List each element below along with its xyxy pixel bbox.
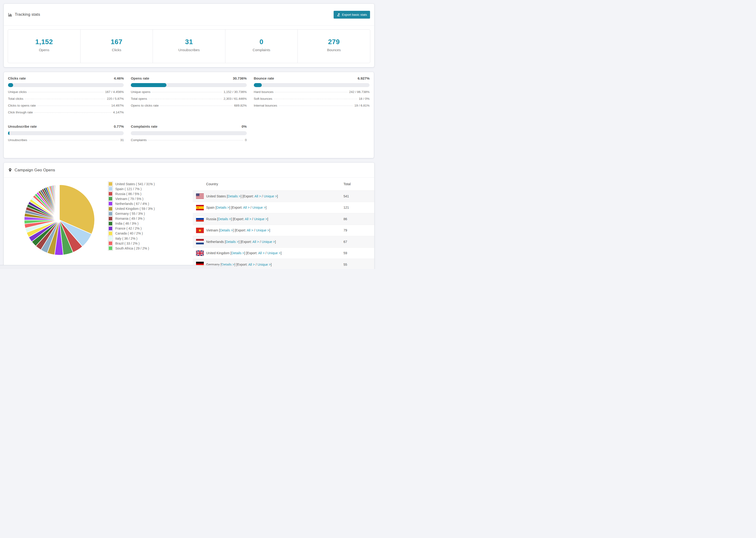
legend-swatch	[108, 221, 113, 226]
legend-swatch	[108, 211, 113, 216]
details-link[interactable]: Details >	[226, 240, 239, 243]
export-prefix: Export:	[236, 228, 246, 232]
rate-stat-label: Unique clicks	[8, 90, 27, 94]
rate-title: Clicks rate	[8, 76, 26, 80]
rate-rows: Complaints 0	[131, 138, 246, 145]
legend-label: South Africa ( 29 / 2% )	[115, 246, 149, 250]
export-basic-stats-button[interactable]: Export basic stats	[334, 11, 370, 19]
rate-value: 6.927%	[357, 76, 369, 80]
rate-stat-label: Hard bounces	[254, 90, 274, 94]
bar-chart-icon	[8, 13, 13, 17]
country-flag-icon	[196, 239, 204, 244]
export-unique-link[interactable]: Unique >	[262, 240, 275, 243]
export-unique-link[interactable]: Unique >	[257, 263, 271, 266]
details-link[interactable]: Details >	[220, 228, 233, 232]
export-basic-stats-label: Export basic stats	[342, 13, 367, 17]
rate-progress-fill	[254, 83, 262, 87]
stat-value: 1,152	[35, 38, 53, 46]
legend-item: Germany ( 55 / 3% )	[108, 211, 155, 216]
rate-section: Opens rate 30.736% Unique opens 1,152 / …	[131, 75, 246, 117]
legend-swatch	[108, 182, 113, 186]
legend-item: Italy ( 36 / 2% )	[108, 236, 155, 241]
table-row: United Kingdom [Details >] [Export: All …	[193, 247, 374, 259]
bottom-scroll-strip[interactable]	[0, 265, 253, 269]
legend-swatch	[108, 196, 113, 201]
legend-item: Russia ( 86 / 5% )	[108, 191, 155, 196]
details-link[interactable]: Details >	[228, 194, 241, 198]
rates-card: Clicks rate 4.46% Unique clicks 167 / 4.…	[4, 72, 374, 158]
rate-rows: Unique clicks 167 / 4.456% Total clicks …	[8, 90, 124, 117]
rate-progress-fill	[8, 131, 9, 135]
legend-swatch	[108, 201, 113, 206]
tracking-stats-title-group: Tracking stats	[8, 12, 40, 17]
geo-table: Country Total United States [Details >] …	[193, 178, 374, 269]
legend-item: United Kingdom ( 59 / 3% )	[108, 206, 155, 211]
rate-stat-value: 31	[120, 138, 124, 142]
total-value: 55	[344, 263, 347, 266]
export-unique-link[interactable]: Unique >	[264, 194, 277, 198]
details-link[interactable]: Details >	[218, 217, 231, 221]
rate-section: Clicks rate 4.46% Unique clicks 167 / 4.…	[8, 75, 124, 117]
legend-swatch	[108, 207, 113, 211]
details-link[interactable]: Details >	[231, 251, 244, 255]
dotted-leader	[149, 99, 222, 99]
rates-grid: Clicks rate 4.46% Unique clicks 167 / 4.…	[8, 75, 369, 145]
rate-stat-label: Internal bounces	[254, 104, 277, 107]
rate-stat-value: 220 / 5.87%	[107, 97, 124, 100]
rate-stat-row: Total opens 2,303 / 61.446%	[131, 97, 246, 104]
export-all-link[interactable]: All >	[243, 206, 250, 209]
dotted-leader	[160, 106, 233, 106]
column-header-total: Total	[344, 182, 351, 186]
rate-stat-value: 14.497%	[111, 104, 124, 107]
legend-label: France ( 42 / 2% )	[115, 227, 141, 230]
details-link[interactable]: Details >	[216, 206, 229, 209]
export-unique-link[interactable]: Unique >	[252, 206, 266, 209]
legend-label: Italy ( 36 / 2% )	[115, 237, 137, 241]
legend-label: Spain ( 121 / 7% )	[115, 187, 141, 191]
total-value: 121	[344, 206, 349, 209]
table-row: Netherlands [Details >] [Export: All > /…	[193, 236, 374, 247]
stat-value: 0	[259, 38, 263, 46]
legend-item: Netherlands ( 67 / 4% )	[108, 201, 155, 206]
legend-label: India ( 46 / 3% )	[115, 222, 138, 225]
stat-label: Complaints	[253, 48, 270, 52]
export-prefix: Export:	[232, 206, 242, 209]
export-all-link[interactable]: All >	[252, 240, 259, 243]
rate-section: Complaints rate 0% Complaints 0	[131, 123, 246, 145]
export-unique-link[interactable]: Unique >	[256, 228, 269, 232]
legend-item: South Africa ( 29 / 2% )	[108, 246, 155, 251]
legend-swatch	[108, 236, 113, 241]
rate-progress-track	[254, 83, 369, 87]
rate-stat-value: 19 / 6.81%	[354, 104, 369, 107]
rate-stat-label: Opens to clicks rate	[131, 104, 159, 107]
legend-item: Romania ( 49 / 3% )	[108, 216, 155, 221]
tracking-stats-header: Tracking stats Export basic stats	[4, 4, 374, 26]
dotted-leader	[25, 99, 105, 99]
rate-title: Unsubscribe rate	[8, 125, 37, 129]
legend-swatch	[108, 241, 113, 245]
export-all-link[interactable]: All >	[258, 251, 265, 255]
stat-label: Opens	[39, 48, 49, 52]
rate-section: Bounce rate 6.927% Hard bounces 242 / 86…	[254, 75, 369, 117]
country-flag-icon	[196, 205, 204, 210]
rate-stat-row: Soft bounces 18 / 0%	[254, 97, 369, 104]
export-all-link[interactable]: All >	[245, 217, 251, 221]
rate-stat-row: Total clicks 220 / 5.87%	[8, 97, 124, 104]
export-all-link[interactable]: All >	[254, 194, 261, 198]
rate-stat-label: Total clicks	[8, 97, 23, 100]
rate-stat-row: Complaints 0	[131, 138, 246, 145]
export-all-link[interactable]: All >	[247, 228, 253, 232]
rate-stat-label: Click through rate	[8, 111, 33, 114]
total-value: 67	[344, 240, 347, 243]
export-unique-link[interactable]: Unique >	[254, 217, 267, 221]
rate-progress-fill	[8, 83, 13, 87]
rate-stat-value: 689.82%	[234, 104, 246, 107]
rate-rows: Unique opens 1,152 / 30.736% Total opens…	[131, 90, 246, 111]
rate-progress-track	[131, 131, 246, 135]
legend-swatch	[108, 187, 113, 191]
country-name: Spain	[206, 206, 215, 209]
stats-row: 1,152 Opens 167 Clicks 31 Unsubscribes 0…	[8, 29, 370, 63]
geo-pie-chart[interactable]	[23, 183, 96, 256]
stat-label: Unsubscribes	[179, 48, 200, 52]
export-unique-link[interactable]: Unique >	[267, 251, 281, 255]
